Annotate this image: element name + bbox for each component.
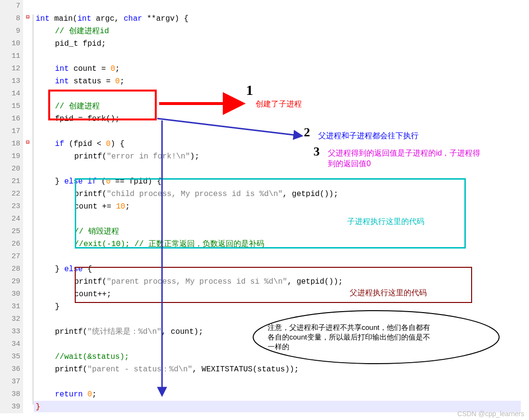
lineno: 7 [0,0,20,13]
ellipse-line2: 各自的count变量，所以最后打印输出他们的值是不 [268,332,480,342]
annotation-created-child: 创建了子进程 [256,99,302,109]
lineno: 26 [0,238,20,250]
token: printf [74,152,102,161]
lineno: 28 [0,263,20,276]
annotation-parent-code: 父进程执行这里的代码 [350,288,427,298]
token-number: 0 [110,65,115,73]
token: **argv) { [142,14,189,23]
token: , count); [162,328,203,336]
token: } [36,403,41,411]
code-line-10: pid_t fpid; [55,38,106,50]
token: , WEXITSTATUS(status)); [192,365,299,374]
lineno: 35 [0,351,20,363]
hand-mark-2: 2 [304,125,310,140]
code-line-12: int count = 0; [55,63,120,75]
lineno: 19 [0,150,20,163]
token-string: "统计结果是：%d\n" [87,328,162,336]
lineno: 20 [0,163,20,175]
token-keyword: int [36,14,50,23]
code-line-9: // 创建进程id [55,25,109,38]
code-line-18: if (fpid < 0) { [55,138,124,150]
lineno: 13 [0,75,20,88]
token-keyword: int [55,65,69,73]
token-number: 0 [87,390,92,399]
lineno: 14 [0,88,20,100]
token: ( [83,328,88,336]
token: ) { [110,140,124,148]
annotation-ellipse-note: 注意，父进程和子进程不共享count，他们各自都有 各自的count变量，所以最… [268,323,480,352]
token: count = [69,65,110,73]
token: ( [83,365,88,374]
token: ( [102,152,107,161]
token-comment: //wait(&status); [55,353,129,361]
token-keyword: int [55,77,69,86]
token-comment: // 创建进程id [55,27,109,36]
code-line-8: int main(int argc, char **argv) { [36,13,189,25]
lineno: 39 [0,401,20,413]
lineno: 16 [0,113,20,125]
lineno: 18 [0,138,20,150]
token-keyword: if [55,140,64,148]
lineno: 34 [0,338,20,351]
token-keyword: int [77,14,91,23]
token: ( [73,14,78,23]
code-line-31: } [55,301,60,313]
token: pid_t fpid; [55,39,106,48]
token-number: 0 [115,77,120,86]
token: printf [55,365,83,374]
code-line-39: } [36,401,41,413]
hand-mark-3: 3 [313,144,320,159]
lineno: 11 [0,50,20,63]
highlight-box-cyan [75,178,466,249]
lineno: 31 [0,301,20,313]
code-line-19: printf("error in fork!\n"); [74,150,199,163]
token: ; [92,390,97,399]
token-keyword: return [55,390,83,399]
lineno: 17 [0,125,20,138]
code-line-13: int status = 0; [55,75,124,88]
code-line-36: printf("parent - status：%d\n", WEXITSTAT… [55,363,299,376]
lineno: 27 [0,250,20,263]
lineno: 25 [0,225,20,238]
token [83,390,88,399]
lineno: 10 [0,38,20,50]
token: ; [115,65,120,73]
annotation-child-code: 子进程执行这里的代码 [347,217,424,227]
token: } [55,302,60,311]
token: printf [55,328,83,336]
lineno: 23 [0,200,20,213]
token-string: "error in fork!\n" [107,152,190,161]
token: ); [190,152,199,161]
lineno: 37 [0,376,20,388]
token: } [55,177,64,186]
token: (fpid < [64,140,106,148]
code-line-33: printf("统计结果是：%d\n", count); [55,326,203,338]
token-number: 0 [106,140,111,148]
ellipse-line3: 一样的 [268,342,480,352]
watermark: CSDN @cpp_learners [457,410,524,418]
token: } [55,265,64,274]
token: ; [120,77,124,86]
lineno: 8 [0,13,20,25]
highlight-box-red [48,90,157,120]
annotation-return-value-1: 父进程得到的返回值是子进程的id，子进程得 [328,148,480,158]
lineno: 9 [0,25,20,38]
token-keyword: char [123,14,142,23]
lineno: 33 [0,326,20,338]
hand-mark-1: 1 [246,82,253,98]
lineno: 29 [0,276,20,288]
ellipse-line1: 注意，父进程和子进程不共享count，他们各自都有 [268,323,480,332]
annotation-both-continue: 父进程和子进程都会往下执行 [318,131,419,141]
lineno: 36 [0,363,20,376]
token: status = [69,77,115,86]
lineno: 15 [0,100,20,113]
token-func: main [54,14,72,23]
lineno: 38 [0,388,20,401]
lineno: 12 [0,63,20,75]
lineno: 24 [0,213,20,225]
lineno: 22 [0,188,20,200]
annotation-return-value-2: 到的返回值0 [328,159,371,169]
token: argc, [91,14,123,23]
lineno: 30 [0,288,20,301]
lineno: 32 [0,313,20,326]
